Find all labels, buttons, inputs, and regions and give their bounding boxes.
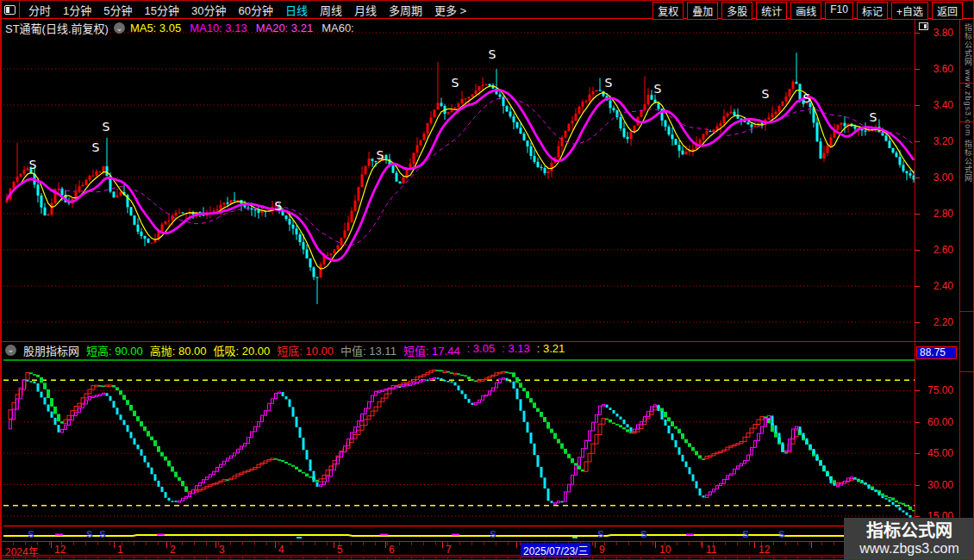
sell-signal-marker: S (92, 140, 100, 154)
month-tick (166, 542, 167, 548)
month-tick (51, 542, 52, 548)
period-item[interactable]: 60分钟 (238, 2, 272, 18)
current-date-label: 2025/07/23/三 (521, 543, 590, 557)
top-toolbar: 分时1分钟5分钟15分钟30分钟60分钟日线周线月线多周期更多 > 复权叠加多股… (1, 1, 974, 19)
strip-sell-marker: S (86, 529, 92, 539)
indicator-name: 股朋指标网 (23, 342, 79, 358)
month-label: 12 (54, 544, 66, 556)
toolbar-button[interactable]: 返回 (932, 2, 963, 20)
period-item[interactable]: 1分钟 (63, 2, 91, 18)
ma-value: MA20: 3.21 (256, 22, 314, 34)
strip-sell-marker: S (778, 529, 784, 539)
sell-signal-marker: S (29, 158, 37, 171)
month-tick (655, 542, 656, 548)
toolbar-button[interactable]: 统计 (756, 2, 787, 20)
indicator-value-badge: 88.75 (916, 346, 957, 359)
indicator-axis-label: 75.00 (916, 384, 953, 396)
period-item[interactable]: 30分钟 (191, 2, 226, 18)
month-tick (754, 542, 755, 548)
month-label: 6 (389, 544, 395, 556)
sell-signal-marker: S (452, 76, 459, 90)
indicator-param: 中值: 13.11 (340, 342, 396, 358)
month-tick (595, 542, 596, 548)
watermark-url: www.zbgs3.com (859, 540, 959, 557)
stock-title: ST通葡(日线.前复权) (5, 20, 109, 36)
indicator-axis-label: 30.00 (916, 479, 953, 491)
indicator-param: 低吸: 20.00 (214, 342, 271, 358)
period-item[interactable]: 日线 (285, 2, 308, 18)
month-tick (275, 542, 276, 548)
left-frame (1, 1, 2, 560)
toolbar-button[interactable]: 标记 (857, 2, 888, 20)
ma-value: MA5: 3.05 (130, 22, 181, 34)
sell-signal-marker: S (605, 76, 613, 90)
month-tick (811, 542, 812, 548)
period-item[interactable]: 更多 > (434, 2, 466, 18)
indicator-param: 高抛: 80.00 (150, 342, 207, 358)
candles-layer (6, 53, 915, 304)
candlestick-plot[interactable] (3, 20, 915, 341)
site-watermark: 指标公式网 www.zbgs3.com (844, 518, 974, 560)
chevron-down-icon[interactable]: ⌄ (5, 345, 16, 356)
month-tick (215, 542, 216, 548)
tdx-window: 分时1分钟5分钟15分钟30分钟60分钟日线周线月线多周期更多 > 复权叠加多股… (0, 0, 974, 560)
month-label: 9 (599, 544, 605, 556)
month-tick (385, 542, 386, 548)
period-menu: 分时1分钟5分钟15分钟30分钟60分钟日线周线月线多周期更多 > (20, 2, 466, 18)
toolbar-button[interactable]: 复权 (652, 2, 684, 20)
price-axis-label: 3.20 (916, 135, 953, 147)
period-item[interactable]: 周线 (320, 2, 342, 18)
period-item[interactable]: 5分钟 (103, 2, 132, 18)
price-axis-label: 2.80 (916, 208, 953, 220)
month-tick (334, 542, 334, 548)
ma-lines-layer (7, 86, 914, 270)
month-label: 3 (219, 544, 225, 556)
strip-sell-marker: S (597, 529, 603, 539)
indicator-axis-label: 60.00 (916, 416, 953, 428)
side-strip-text: 指标公式网 www.zbgs3.com 指标公式网 (963, 23, 974, 540)
month-label: 1 (117, 544, 123, 556)
toolbar-button[interactable]: 画线 (790, 2, 821, 20)
month-label: 5 (337, 544, 343, 556)
period-item[interactable]: 多周期 (389, 2, 422, 18)
month-tick (114, 542, 115, 548)
layout-toggle-button[interactable] (1, 1, 20, 18)
strip-sell-marker: S (99, 529, 105, 539)
axis-divider (915, 20, 915, 541)
month-label: 7 (446, 544, 452, 556)
restore-window-icon[interactable] (919, 22, 928, 30)
strip-sell-marker: S (490, 529, 496, 539)
toolbar-button[interactable]: +自选 (891, 2, 928, 20)
indicator-param: 短高: 90.00 (86, 342, 143, 358)
strip-sell-marker: S (640, 529, 646, 539)
bottom-strip (1, 557, 959, 560)
indicator-gridlines (3, 380, 915, 516)
price-axis-label: 2.20 (916, 316, 953, 328)
period-item[interactable]: 15分钟 (144, 2, 178, 18)
price-axis-label: 3.60 (916, 63, 953, 75)
indicator-param: 短值: 17.44 (403, 342, 460, 358)
minor-ticks (1, 542, 915, 545)
indicator-param: 短底: 10.00 (277, 342, 334, 358)
toolbar-button[interactable]: 叠加 (687, 2, 718, 20)
indicator-header: ⌄ 股朋指标网 短高: 90.00高抛: 80.00低吸: 20.00短底: 1… (5, 343, 565, 357)
sell-signal-marker: S (489, 47, 496, 61)
indicator-params: 短高: 90.00高抛: 80.00低吸: 20.00短底: 10.00中值: … (86, 342, 565, 358)
period-item[interactable]: 月线 (354, 2, 377, 18)
toolbar-button[interactable]: F10 (825, 2, 853, 20)
ma-values: MA5: 3.05MA10: 3.13MA20: 3.21MA60: (130, 22, 354, 34)
toolbar-buttons: 复权叠加多股统计画线F10标记+自选返回 (652, 2, 963, 20)
month-tick (516, 542, 517, 548)
side-strip[interactable]: 指标公式网 www.zbgs3.com 指标公式网 (959, 20, 974, 560)
toolbar-button[interactable]: 多股 (721, 2, 752, 20)
month-label: 12 (759, 544, 770, 556)
indicator-plot[interactable] (3, 359, 915, 527)
month-label: 4 (278, 544, 284, 556)
sell-signal-marker: S (377, 148, 384, 162)
chevron-down-icon[interactable]: ⌄ (114, 22, 125, 34)
month-tick (702, 542, 702, 548)
date-axis: 2024年1212345672025/07/23/三9101112 (1, 541, 959, 556)
chart-header: ST通葡(日线.前复权) ⌄ MA5: 3.05MA10: 3.13MA20: … (5, 22, 354, 34)
period-item[interactable]: 分时 (28, 2, 51, 18)
sell-signal-marker: S (803, 91, 811, 105)
